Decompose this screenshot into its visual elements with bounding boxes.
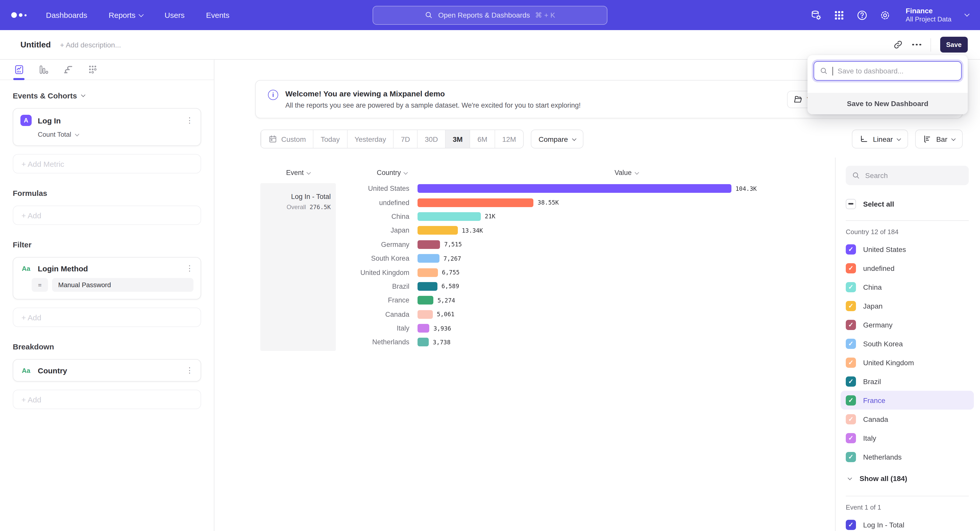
legend-country-row[interactable]: ✓ France bbox=[841, 391, 974, 410]
column-header-event[interactable]: Event bbox=[260, 169, 336, 176]
legend-country-row[interactable]: ✓ undefined bbox=[841, 258, 974, 277]
country-checkbox[interactable]: ✓ bbox=[846, 338, 856, 349]
date-range-option[interactable]: 12M bbox=[495, 130, 523, 148]
data-management-icon[interactable] bbox=[811, 10, 822, 21]
country-checkbox[interactable]: ✓ bbox=[846, 244, 856, 254]
tab-insights[interactable] bbox=[13, 59, 25, 80]
bar-value-label: 7,267 bbox=[444, 255, 461, 262]
bar-segment[interactable] bbox=[417, 310, 433, 319]
events-cohorts-header[interactable]: Events & Cohorts bbox=[13, 91, 201, 100]
report-title[interactable]: Untitled bbox=[21, 40, 51, 49]
apps-grid-icon[interactable] bbox=[834, 10, 845, 21]
date-range-option[interactable]: 30D bbox=[417, 130, 445, 148]
legend-country-row[interactable]: ✓ Netherlands bbox=[841, 447, 974, 466]
select-all-row[interactable]: Select all bbox=[841, 194, 974, 213]
legend-country-row[interactable]: ✓ Japan bbox=[841, 296, 974, 315]
aggregation-selector[interactable]: Count Total bbox=[38, 131, 193, 138]
chart-type-selector[interactable]: Bar bbox=[915, 130, 963, 149]
add-formula-button[interactable]: + Add bbox=[13, 206, 201, 225]
bar-segment[interactable] bbox=[417, 282, 438, 291]
bar-segment[interactable] bbox=[417, 184, 732, 193]
legend-country-row[interactable]: ✓ Brazil bbox=[841, 372, 974, 391]
legend-country-row[interactable]: ✓ Germany bbox=[841, 315, 974, 334]
select-all-checkbox[interactable] bbox=[846, 199, 856, 209]
breakdown-card-country[interactable]: Aa Country ⋮ bbox=[13, 359, 201, 382]
kebab-menu-icon[interactable]: ⋮ bbox=[186, 116, 193, 125]
bar-segment[interactable] bbox=[417, 296, 433, 305]
bar-segment[interactable] bbox=[417, 198, 534, 207]
date-range-option[interactable]: Yesterday bbox=[347, 130, 393, 148]
legend-event-row[interactable]: ✓ Log In - Total bbox=[841, 515, 974, 531]
date-range-option[interactable]: 6M bbox=[470, 130, 495, 148]
country-checkbox[interactable]: ✓ bbox=[846, 301, 856, 311]
country-checkbox[interactable]: ✓ bbox=[846, 395, 856, 405]
country-checkbox[interactable]: ✓ bbox=[846, 357, 856, 368]
metric-card-log-in[interactable]: A Log In ⋮ Count Total bbox=[13, 108, 201, 146]
country-checkbox[interactable]: ✓ bbox=[846, 414, 856, 424]
global-search-input[interactable]: Open Reports & Dashboards ⌘ + K bbox=[372, 6, 608, 24]
scale-selector[interactable]: Linear bbox=[852, 130, 908, 149]
date-range-option[interactable]: 7D bbox=[393, 130, 417, 148]
bar-segment[interactable] bbox=[417, 212, 481, 221]
country-checkbox[interactable]: ✓ bbox=[846, 320, 856, 330]
event-series-panel: Log In - Total Overall276.5K bbox=[260, 183, 336, 351]
filter-value[interactable]: Manual Password bbox=[52, 278, 193, 292]
bar-segment[interactable] bbox=[417, 254, 439, 263]
column-header-value[interactable]: Value bbox=[417, 169, 835, 176]
tab-retention[interactable] bbox=[86, 59, 99, 80]
nav-item[interactable]: Dashboards bbox=[46, 11, 87, 19]
show-all-button[interactable]: Show all (184) bbox=[846, 468, 969, 489]
nav-item[interactable]: Users bbox=[165, 11, 185, 19]
legend-country-row[interactable]: ✓ South Korea bbox=[841, 334, 974, 353]
event-checkbox[interactable]: ✓ bbox=[846, 520, 856, 530]
tab-funnels[interactable] bbox=[37, 59, 49, 80]
legend-country-row[interactable]: ✓ Italy bbox=[841, 428, 974, 447]
banner-title: Welcome! You are viewing a Mixpanel demo bbox=[285, 89, 581, 98]
date-range-option[interactable]: Custom bbox=[261, 130, 313, 148]
chevron-down-icon bbox=[897, 136, 901, 141]
kebab-menu-icon[interactable]: ⋮ bbox=[186, 264, 193, 273]
nav-item[interactable]: Events bbox=[206, 11, 229, 19]
bar-segment[interactable] bbox=[417, 338, 429, 347]
dashboard-search-input[interactable]: Save to dashboard... bbox=[814, 61, 962, 81]
nav-item[interactable]: Reports bbox=[109, 11, 143, 19]
country-checkbox[interactable]: ✓ bbox=[846, 452, 856, 462]
date-range-option[interactable]: 3M bbox=[445, 130, 470, 148]
save-to-new-dashboard-button[interactable]: Save to New Dashboard bbox=[808, 93, 968, 114]
more-options-icon[interactable] bbox=[912, 44, 921, 46]
help-icon[interactable] bbox=[857, 10, 868, 21]
bar-segment[interactable] bbox=[417, 226, 458, 235]
country-checkbox[interactable]: ✓ bbox=[846, 263, 856, 273]
add-filter-button[interactable]: + Add bbox=[13, 308, 201, 327]
event-count-label: Event 1 of 1 bbox=[846, 504, 969, 511]
report-type-tabs bbox=[0, 60, 214, 80]
bar-segment[interactable] bbox=[417, 268, 438, 277]
add-description-field[interactable]: + Add description... bbox=[60, 41, 121, 49]
country-checkbox[interactable]: ✓ bbox=[846, 282, 856, 292]
legend-country-row[interactable]: ✓ Canada bbox=[841, 410, 974, 428]
filter-operator[interactable]: = bbox=[32, 278, 48, 292]
compare-button[interactable]: Compare bbox=[531, 130, 583, 149]
project-selector[interactable]: Finance All Project Data bbox=[906, 6, 951, 24]
bar-segment[interactable] bbox=[417, 240, 440, 249]
column-header-country[interactable]: Country bbox=[336, 169, 417, 176]
tab-flows[interactable] bbox=[62, 59, 74, 80]
copy-link-icon[interactable] bbox=[893, 40, 903, 49]
add-breakdown-button[interactable]: + Add bbox=[13, 390, 201, 409]
settings-gear-icon[interactable] bbox=[880, 10, 891, 21]
filter-property-name: Login Method bbox=[38, 264, 88, 273]
save-button[interactable]: Save bbox=[940, 37, 968, 52]
legend-country-row[interactable]: ✓ United States bbox=[841, 240, 974, 258]
add-metric-button[interactable]: + Add Metric bbox=[13, 154, 201, 173]
legend-country-row[interactable]: ✓ China bbox=[841, 277, 974, 296]
legend-country-row[interactable]: ✓ United Kingdom bbox=[841, 353, 974, 372]
country-checkbox[interactable]: ✓ bbox=[846, 433, 856, 443]
chart-row: Netherlands 3,738 bbox=[260, 335, 835, 349]
filter-card-login-method[interactable]: Aa Login Method ⋮ = Manual Password bbox=[13, 257, 201, 300]
mixpanel-logo-icon[interactable] bbox=[11, 12, 27, 18]
legend-search-input[interactable]: Search bbox=[846, 166, 969, 185]
kebab-menu-icon[interactable]: ⋮ bbox=[186, 366, 193, 375]
bar-segment[interactable] bbox=[417, 324, 429, 333]
country-checkbox[interactable]: ✓ bbox=[846, 376, 856, 387]
date-range-option[interactable]: Today bbox=[313, 130, 347, 148]
